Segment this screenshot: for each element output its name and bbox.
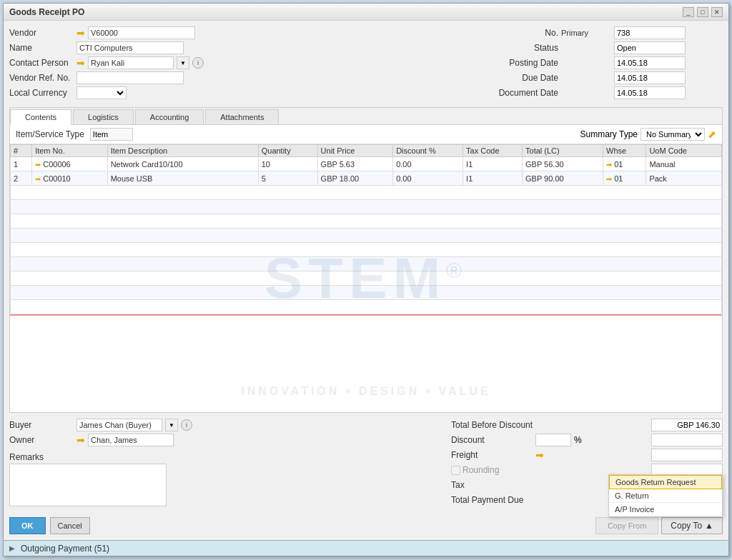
name-input[interactable] bbox=[76, 41, 184, 54]
summary-select[interactable]: No Summary bbox=[640, 128, 705, 141]
table-row[interactable]: 2 ➡ C00010 Mouse USB 5 GBP 18.00 0.00 I1… bbox=[11, 171, 722, 186]
copy-to-chevron-icon: ▲ bbox=[705, 521, 713, 531]
contact-arrow-icon: ➡ bbox=[76, 57, 85, 69]
main-content: Vendor ➡ Name Contact Person ➡ ▼ i Vendo… bbox=[4, 21, 728, 540]
summary-type-label: Summary Type bbox=[580, 129, 638, 139]
window-title: Goods Receipt PO bbox=[9, 7, 84, 17]
cell-quantity: 5 bbox=[258, 171, 317, 186]
due-label: Due Date bbox=[494, 73, 558, 83]
no-label: No. bbox=[494, 28, 558, 38]
due-input[interactable] bbox=[614, 71, 686, 84]
vendor-ref-input[interactable] bbox=[76, 71, 184, 84]
owner-input[interactable] bbox=[88, 434, 174, 446]
copy-to-label: Copy To bbox=[671, 521, 702, 531]
tabs-header: Contents Logistics Accounting Attachment… bbox=[10, 108, 722, 125]
cell-quantity: 10 bbox=[258, 157, 317, 171]
no-input[interactable] bbox=[614, 26, 686, 39]
discount-value[interactable] bbox=[651, 434, 723, 446]
discount-pct-input[interactable] bbox=[535, 434, 571, 446]
contact-input[interactable] bbox=[88, 56, 174, 69]
cell-unit-price: GBP 18.00 bbox=[317, 171, 393, 186]
items-area: STEM® INNOVATION • DESIGN • VALUE # Item… bbox=[10, 144, 722, 412]
dropdown-item-g-return[interactable]: G. Return bbox=[609, 489, 722, 503]
footer-left: Buyer ▼ i Owner ➡ Remarks bbox=[9, 419, 437, 509]
window-controls: _ □ ✕ bbox=[683, 7, 723, 17]
header-left: Vendor ➡ Name Contact Person ➡ ▼ i Vendo… bbox=[9, 26, 480, 101]
discount-label: Discount bbox=[451, 435, 533, 445]
cell-unit-price: GBP 5.63 bbox=[317, 157, 393, 171]
remarks-textarea[interactable] bbox=[9, 464, 167, 506]
title-bar: Goods Receipt PO _ □ ✕ bbox=[4, 4, 728, 21]
buyer-info-btn[interactable]: i bbox=[181, 419, 192, 431]
cell-uom: Manual bbox=[646, 157, 722, 171]
vendor-input[interactable] bbox=[88, 26, 195, 39]
minimize-button[interactable]: _ bbox=[683, 7, 694, 17]
red-divider bbox=[10, 314, 722, 316]
before-discount-label: Total Before Discount bbox=[451, 420, 533, 430]
local-currency-select[interactable] bbox=[76, 86, 127, 99]
contact-dropdown-btn[interactable]: ▼ bbox=[177, 56, 189, 69]
close-button[interactable]: ✕ bbox=[711, 7, 723, 17]
row1-arrow-icon: ➡ bbox=[35, 161, 41, 169]
cell-discount: 0.00 bbox=[393, 171, 463, 186]
status-bar: ▶ Outgoing Payment (51) bbox=[4, 540, 728, 556]
tab-contents[interactable]: Contents bbox=[10, 109, 71, 125]
header-right: No. Primary Status Posting Date Due Date bbox=[494, 26, 723, 101]
tab-accounting[interactable]: Accounting bbox=[135, 109, 204, 124]
cell-total: GBP 56.30 bbox=[523, 157, 603, 171]
status-input[interactable] bbox=[614, 41, 686, 54]
freight-label: Freight bbox=[451, 450, 533, 460]
copy-to-button[interactable]: Copy To ▲ bbox=[661, 517, 723, 534]
items-table: # Item No. Item Description Quantity Uni… bbox=[10, 144, 722, 314]
cell-tax: I1 bbox=[463, 171, 523, 186]
col-whse: Whse bbox=[603, 145, 646, 157]
main-window: Goods Receipt PO _ □ ✕ Vendor ➡ Name bbox=[3, 3, 729, 556]
before-discount-value[interactable] bbox=[651, 419, 723, 431]
owner-row: Owner ➡ bbox=[9, 434, 437, 446]
cell-discount: 0.00 bbox=[393, 157, 463, 171]
maximize-button[interactable]: □ bbox=[697, 7, 708, 17]
tab-attachments[interactable]: Attachments bbox=[205, 109, 279, 124]
table-body: 1 ➡ C00006 Network Card10/100 10 GBP 5.6… bbox=[11, 157, 722, 314]
contact-info-btn[interactable]: i bbox=[192, 57, 204, 69]
copy-from-button[interactable]: Copy From bbox=[595, 517, 658, 534]
col-total: Total (LC) bbox=[523, 145, 603, 157]
col-num: # bbox=[11, 145, 32, 157]
col-tax: Tax Code bbox=[463, 145, 523, 157]
cancel-button[interactable]: Cancel bbox=[50, 517, 90, 534]
dropdown-item-goods-return-request[interactable]: Goods Return Request bbox=[609, 475, 722, 489]
item-type-input[interactable] bbox=[90, 128, 133, 141]
tab-logistics[interactable]: Logistics bbox=[73, 109, 134, 124]
copy-to-dropdown: Goods Return Request G. Return A/P Invoi… bbox=[608, 474, 723, 517]
cell-whse: ➡ 01 bbox=[603, 171, 646, 186]
cell-total: GBP 90.00 bbox=[523, 171, 603, 186]
summary-type-section: Summary Type No Summary ⬈ bbox=[580, 128, 716, 141]
cell-num: 1 bbox=[11, 157, 32, 171]
cell-description: Mouse USB bbox=[107, 171, 258, 186]
rounding-checkbox-label: Rounding bbox=[451, 465, 533, 475]
vendor-row: Vendor ➡ bbox=[9, 26, 480, 39]
no-sub: Primary bbox=[561, 29, 611, 37]
remarks-label: Remarks bbox=[9, 452, 437, 462]
cell-uom: Pack bbox=[646, 171, 722, 186]
cell-item-no: ➡ C00010 bbox=[32, 171, 108, 186]
expand-icon[interactable]: ⬈ bbox=[708, 129, 716, 140]
ok-button[interactable]: OK bbox=[9, 517, 46, 534]
cell-whse: ➡ 01 bbox=[603, 157, 646, 171]
table-header: # Item No. Item Description Quantity Uni… bbox=[11, 145, 722, 157]
item-type-label: Item/Service Type bbox=[16, 129, 84, 139]
doc-input[interactable] bbox=[614, 86, 686, 99]
posting-input[interactable] bbox=[614, 56, 686, 69]
table-scroll: # Item No. Item Description Quantity Uni… bbox=[10, 144, 722, 412]
header-section: Vendor ➡ Name Contact Person ➡ ▼ i Vendo… bbox=[9, 26, 723, 101]
dropdown-item-ap-invoice[interactable]: A/P Invoice bbox=[609, 503, 722, 516]
col-quantity: Quantity bbox=[258, 145, 317, 157]
buyer-input[interactable] bbox=[76, 419, 162, 431]
owner-arrow-icon: ➡ bbox=[76, 434, 85, 446]
table-row[interactable]: 1 ➡ C00006 Network Card10/100 10 GBP 5.6… bbox=[11, 157, 722, 171]
vendor-arrow-icon: ➡ bbox=[76, 27, 85, 39]
buyer-dropdown-btn[interactable]: ▼ bbox=[165, 419, 178, 431]
rounding-checkbox[interactable] bbox=[451, 466, 460, 475]
tabs-section: Contents Logistics Accounting Attachment… bbox=[9, 107, 723, 413]
freight-value[interactable] bbox=[651, 449, 723, 461]
